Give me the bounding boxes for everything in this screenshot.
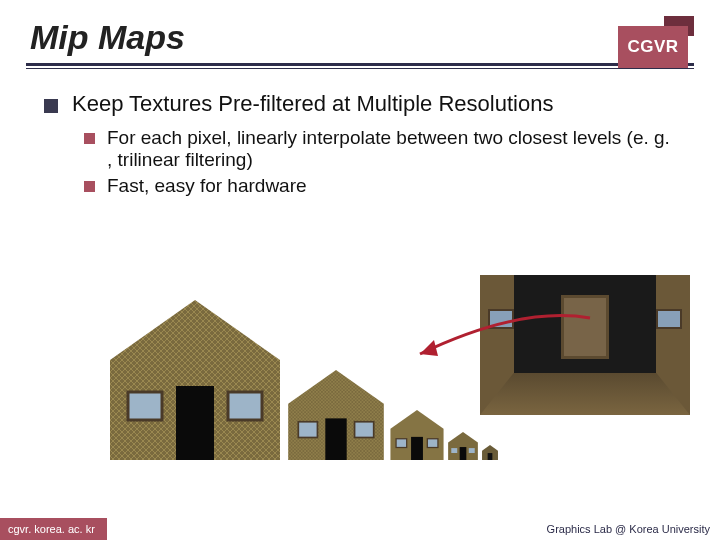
mip-level-4 (482, 445, 498, 460)
svg-rect-8 (355, 422, 374, 438)
square-bullet-icon (84, 133, 95, 144)
arrow-icon (400, 310, 600, 370)
footer-url: cgvr. korea. ac. kr (0, 518, 107, 540)
square-bullet-icon (44, 99, 58, 113)
bullet-level2: For each pixel, linearly interpolate bet… (84, 127, 676, 171)
bullet-text: Keep Textures Pre-filtered at Multiple R… (72, 91, 553, 117)
bullet-text: For each pixel, linearly interpolate bet… (107, 127, 676, 171)
svg-rect-18 (488, 453, 493, 460)
bullet-text: Fast, easy for hardware (107, 175, 307, 197)
mip-level-2 (390, 410, 444, 460)
brand-badge: CGVR (618, 16, 694, 72)
mip-level-3 (448, 432, 478, 460)
slide-header: Mip Maps CGVR (0, 0, 720, 57)
bullet-level1: Keep Textures Pre-filtered at Multiple R… (44, 91, 676, 117)
svg-rect-2 (176, 386, 214, 460)
brand-badge-label: CGVR (618, 26, 688, 68)
svg-rect-6 (325, 418, 346, 460)
svg-rect-14 (460, 447, 467, 460)
sub-bullets: For each pixel, linearly interpolate bet… (44, 127, 676, 197)
svg-rect-11 (396, 439, 407, 448)
svg-rect-16 (469, 448, 475, 453)
slide-footer: cgvr. korea. ac. kr Graphics Lab @ Korea… (0, 518, 720, 540)
svg-rect-3 (128, 392, 162, 420)
svg-rect-15 (451, 448, 457, 453)
header-rule-thick (26, 63, 694, 66)
square-bullet-icon (84, 181, 95, 192)
slide-body: Keep Textures Pre-filtered at Multiple R… (0, 69, 720, 197)
svg-rect-12 (427, 439, 438, 448)
svg-rect-4 (228, 392, 262, 420)
svg-rect-7 (298, 422, 317, 438)
mip-level-1 (288, 370, 384, 460)
mip-level-0 (110, 300, 280, 460)
slide-title: Mip Maps (30, 18, 690, 57)
svg-rect-10 (411, 437, 423, 460)
footer-credit: Graphics Lab @ Korea University (547, 523, 720, 535)
illustration-area (0, 300, 720, 500)
bullet-level2: Fast, easy for hardware (84, 175, 676, 197)
